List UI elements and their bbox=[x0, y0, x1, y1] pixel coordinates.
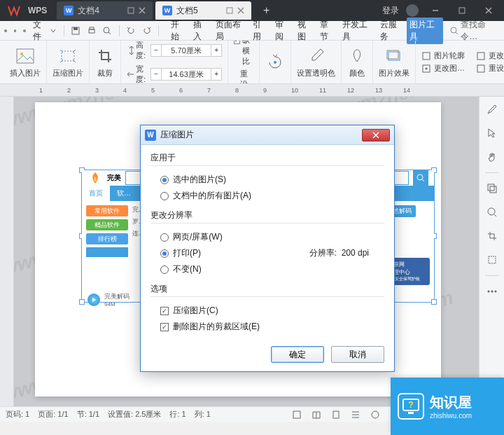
pencil-icon[interactable] bbox=[484, 101, 500, 118]
ribbon-tab-insert[interactable]: 插入 bbox=[190, 18, 211, 44]
crop-group[interactable]: 裁剪 bbox=[90, 41, 121, 83]
rotate-group[interactable] bbox=[260, 41, 291, 83]
dialog-close-button[interactable] bbox=[362, 129, 390, 141]
ribbon-tab-cloud[interactable]: 云服务 bbox=[377, 18, 406, 44]
tab-doc4[interactable]: W 文档4 bbox=[57, 1, 153, 20]
site-search-btn bbox=[413, 170, 428, 186]
ribbon-tab-section[interactable]: 章节 bbox=[317, 18, 338, 44]
radio-selected-pictures[interactable]: 选中的图片(S) bbox=[160, 172, 384, 188]
view-web-icon[interactable] bbox=[370, 409, 381, 420]
width-icon bbox=[127, 69, 134, 79]
print-icon[interactable] bbox=[85, 24, 98, 38]
compress-image-dialog: W 压缩图片 应用于 选中的图片(S) 文档中的所有图片(A) 更改分辨率 网页… bbox=[140, 125, 395, 372]
crop-side-icon[interactable] bbox=[484, 228, 500, 244]
svg-rect-32 bbox=[293, 411, 300, 418]
insert-picture-group[interactable]: 插入图片 bbox=[4, 41, 47, 83]
cursor-icon[interactable] bbox=[484, 125, 500, 141]
ribbon: 插入图片 压缩图片 裁剪 高度: −5.70厘米+ 宽度: −14.63厘米+ … bbox=[0, 41, 504, 84]
height-spinner[interactable]: −5.70厘米+ bbox=[150, 44, 222, 57]
undo-icon[interactable] bbox=[125, 24, 138, 38]
ok-button[interactable]: 确定 bbox=[271, 346, 324, 363]
radio-web-screen[interactable]: 网页/屏幕(W) bbox=[160, 229, 384, 245]
ribbon-tab-picture-tools[interactable]: 图片工具 bbox=[407, 18, 443, 44]
svg-rect-20 bbox=[477, 53, 484, 60]
ribbon-tab-view[interactable]: 视图 bbox=[295, 18, 316, 44]
view-fullscreen-icon[interactable] bbox=[291, 409, 302, 420]
tab-menu-icon[interactable] bbox=[226, 7, 233, 14]
checkbox-delete-crop[interactable]: ✓删除图片的剪裁区域(E) bbox=[160, 319, 384, 335]
tab-label: 文档5 bbox=[176, 5, 198, 17]
redo-icon[interactable] bbox=[140, 24, 153, 38]
options-section: 选项 bbox=[150, 283, 384, 297]
resolution-section: 更改分辨率 bbox=[150, 209, 384, 223]
status-page[interactable]: 页码: 1 bbox=[6, 409, 29, 420]
svg-rect-33 bbox=[333, 411, 339, 418]
command-search[interactable]: 查找命令… bbox=[450, 19, 500, 43]
file-menu[interactable]: 文件 bbox=[33, 19, 56, 43]
checkbox-compress[interactable]: ✓压缩图片(C) bbox=[160, 303, 384, 319]
width-spinner[interactable]: −14.63厘米+ bbox=[150, 68, 222, 81]
radio-print[interactable]: 打印(P) 分辨率: 200 dpi bbox=[160, 245, 384, 261]
lock-ratio-checkbox[interactable]: ✓锁定纵横比 bbox=[234, 41, 253, 67]
view-outline-icon[interactable] bbox=[350, 409, 361, 420]
tab-add-button[interactable]: + bbox=[258, 2, 275, 19]
replace-button[interactable]: 更改图… bbox=[421, 63, 465, 74]
save-icon[interactable] bbox=[69, 24, 83, 38]
radio-icon bbox=[160, 265, 169, 274]
effect-group[interactable]: 图片效果 bbox=[373, 41, 416, 83]
transparent-group[interactable]: 设置透明色 bbox=[291, 41, 342, 83]
ribbon-tab-layout[interactable]: 页面布局 bbox=[213, 18, 249, 44]
more-icon[interactable] bbox=[484, 283, 500, 300]
height-value: 5.70厘米 bbox=[162, 44, 211, 57]
status-setval: 设置值: 2.5厘米 bbox=[108, 409, 161, 420]
outline-button[interactable]: 图片轮廓 bbox=[421, 50, 465, 61]
lock-reset-group: ✓锁定纵横比 重设大小 bbox=[228, 41, 260, 83]
radio-no-change[interactable]: 不变(N) bbox=[160, 261, 384, 277]
checkbox-icon: ✓ bbox=[160, 323, 169, 331]
cancel-button[interactable]: 取消 bbox=[331, 346, 384, 363]
compress-picture-group[interactable]: 压缩图片 bbox=[47, 41, 90, 83]
tab-close-icon[interactable] bbox=[237, 7, 244, 14]
maximize-button[interactable] bbox=[452, 2, 472, 19]
tab-doc5[interactable]: W 文档5 bbox=[155, 1, 251, 20]
ribbon-tab-ref[interactable]: 引用 bbox=[250, 18, 271, 44]
tab-menu-icon[interactable] bbox=[127, 7, 134, 14]
radio-all-pictures[interactable]: 文档中的所有图片(A) bbox=[160, 188, 384, 204]
svg-rect-14 bbox=[62, 51, 74, 61]
close-button[interactable] bbox=[479, 2, 498, 19]
layers-icon[interactable] bbox=[484, 180, 500, 197]
play-icon bbox=[88, 294, 100, 306]
svg-rect-1 bbox=[227, 8, 232, 13]
avatar-icon[interactable] bbox=[406, 4, 419, 17]
minimize-button[interactable] bbox=[426, 2, 445, 19]
color-icon bbox=[347, 46, 367, 66]
zoom-icon[interactable] bbox=[484, 204, 500, 221]
box-icon[interactable] bbox=[484, 251, 500, 268]
svg-point-30 bbox=[491, 291, 493, 293]
svg-rect-28 bbox=[489, 256, 496, 263]
side-toolbar bbox=[479, 97, 504, 406]
search-placeholder: 查找命令… bbox=[461, 19, 500, 43]
reset-size-button[interactable]: 重设大小 bbox=[234, 69, 253, 85]
nav-home: 首页 bbox=[82, 186, 110, 201]
svg-point-10 bbox=[451, 27, 456, 33]
tab-close-icon[interactable] bbox=[139, 7, 146, 14]
tag bbox=[86, 247, 128, 257]
ribbon-tab-review[interactable]: 审阅 bbox=[272, 18, 293, 44]
ribbon-tab-start[interactable]: 开始 bbox=[168, 18, 189, 44]
replace2-button[interactable]: 更改图… bbox=[476, 50, 504, 61]
view-read-icon[interactable] bbox=[311, 409, 322, 420]
login-label[interactable]: 登录 bbox=[382, 5, 399, 17]
ribbon-tab-dev[interactable]: 开发工具 bbox=[340, 18, 376, 44]
view-print-icon[interactable] bbox=[330, 409, 342, 420]
chevron-down-icon bbox=[50, 28, 55, 34]
preview-icon[interactable] bbox=[101, 24, 114, 38]
dialog-titlebar[interactable]: W 压缩图片 bbox=[141, 125, 394, 145]
hand-icon[interactable] bbox=[484, 149, 500, 165]
reset-picture-button[interactable]: 重设图… bbox=[476, 63, 504, 74]
app-label: WPS bbox=[28, 6, 47, 15]
size-group: 高度: −5.70厘米+ 宽度: −14.63厘米+ bbox=[121, 41, 228, 83]
replace-icon bbox=[421, 64, 431, 74]
svg-rect-7 bbox=[90, 27, 94, 29]
color-group[interactable]: 颜色 bbox=[342, 41, 373, 83]
